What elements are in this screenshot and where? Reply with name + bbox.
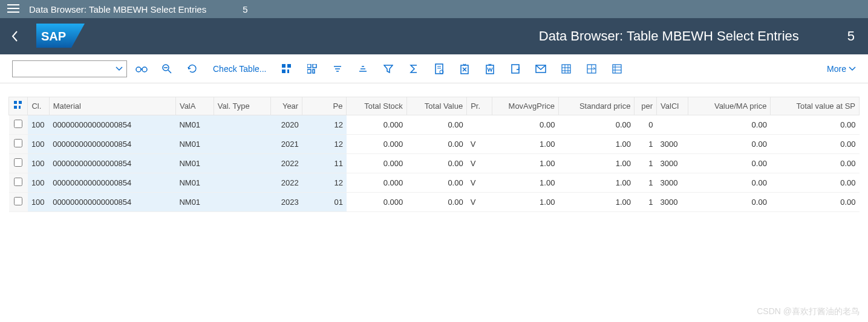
more-button[interactable]: More [827,64,856,74]
cell-tvatsp: 0.00 [771,135,860,154]
cell-pr: V [467,193,492,212]
cell-stdprice: 1.00 [558,154,635,173]
svg-rect-15 [313,64,316,68]
cell-pe: 01 [302,193,347,212]
cell-vmaprice: 0.00 [688,115,771,135]
row-checkbox[interactable] [14,158,22,167]
row-checkbox-cell [9,173,28,193]
window-title-bar: Data Browser: Table MBEWH Select Entries… [0,0,868,18]
svg-point-6 [142,67,147,72]
export-word-icon[interactable] [479,59,501,79]
cell-valtype [214,173,270,193]
cell-totalstock: 0.000 [347,115,406,135]
mail-icon[interactable] [530,59,552,79]
cell-year: 2020 [270,115,302,135]
svg-rect-48 [19,106,21,109]
table-header-row: Cl. Material ValA Val. Type Year Pe Tota… [9,97,860,115]
svg-rect-47 [14,106,17,109]
cell-material: 000000000000000854 [49,173,175,193]
cell-valtype [214,154,270,173]
table-row[interactable]: 100000000000000000854NM012022110.0000.00… [9,154,860,173]
grid1-icon[interactable] [555,59,577,79]
cell-totalvalue: 0.00 [406,193,466,212]
cell-per: 0 [635,115,657,135]
row-checkbox-cell [9,193,28,212]
table-row[interactable]: 100000000000000000854NM012021120.0000.00… [9,135,860,154]
cell-year: 2022 [270,173,302,193]
table-row[interactable]: 100000000000000000854NM012022120.0000.00… [9,173,860,193]
window-title: Data Browser: Table MBEWH Select Entries [29,4,206,14]
cell-pr: V [467,135,492,154]
search-combo[interactable] [12,60,127,77]
cell-pr [467,115,492,135]
col-valtype[interactable]: Val. Type [214,97,270,115]
cell-per: 1 [635,173,657,193]
col-pe[interactable]: Pe [302,97,347,115]
col-tvatsp[interactable]: Total value at SP [771,97,860,115]
col-cl[interactable]: Cl. [28,97,49,115]
grid3-icon[interactable] [606,59,628,79]
col-per[interactable]: per [635,97,657,115]
cell-stdprice: 1.00 [558,135,635,154]
cell-valcl: 3000 [657,173,688,193]
cell-pe: 12 [302,173,347,193]
window-title-count: 5 [243,4,247,14]
sort-asc-icon[interactable] [327,59,348,79]
zoom-out-icon[interactable] [156,59,178,79]
svg-rect-46 [19,101,22,104]
columns-select-icon[interactable] [276,59,298,79]
svg-rect-31 [512,65,519,73]
export-excel-icon[interactable] [454,59,475,79]
row-checkbox[interactable] [14,120,22,128]
col-valcl[interactable]: ValCl [657,97,688,115]
sum-icon[interactable] [403,59,425,79]
check-table-button[interactable]: Check Table... [207,64,272,74]
sap-logo: SAP [36,24,85,50]
row-checkbox[interactable] [14,197,22,205]
row-checkbox[interactable] [14,178,22,186]
columns-deselect-icon[interactable] [301,59,323,79]
col-stdprice[interactable]: Standard price [558,97,635,115]
cell-vala: NM01 [175,115,214,135]
col-material[interactable]: Material [49,97,175,115]
svg-rect-14 [307,64,311,68]
cell-per: 1 [635,193,657,212]
page-title-wrap: Data Browser: Table MBEWH Select Entries… [539,28,855,44]
svg-marker-24 [384,65,393,72]
col-vala[interactable]: ValA [175,97,214,115]
col-movavg[interactable]: MovAvgPrice [492,97,559,115]
col-year[interactable]: Year [270,97,302,115]
cell-per: 1 [635,154,657,173]
cell-totalstock: 0.000 [347,173,406,193]
menu-icon[interactable] [5,1,22,18]
refresh-icon[interactable] [181,59,203,79]
svg-rect-45 [14,101,17,104]
table-row[interactable]: 100000000000000000854NM012023010.0000.00… [9,193,860,212]
toolbar: Check Table... More [0,54,868,83]
col-totalstock[interactable]: Total Stock [347,97,406,115]
col-totalvalue[interactable]: Total Value [406,97,466,115]
glasses-icon[interactable] [131,59,152,79]
svg-rect-12 [282,69,286,73]
svg-rect-25 [436,64,443,74]
col-vmaprice[interactable]: Value/MA price [688,97,771,115]
cell-valtype [214,115,270,135]
cell-vala: NM01 [175,135,214,154]
col-pr[interactable]: Pr. [467,97,492,115]
row-checkbox[interactable] [14,139,22,147]
export-file-icon[interactable] [504,59,526,79]
back-button[interactable] [0,18,30,54]
table-row[interactable]: 100000000000000000854NM012020120.0000.00… [9,115,860,135]
cell-cl: 100 [28,115,49,135]
app-header: SAP Data Browser: Table MBEWH Select Ent… [0,18,868,54]
cell-valcl: 3000 [657,135,688,154]
select-all-header[interactable] [9,97,28,115]
cell-totalstock: 0.000 [347,154,406,173]
svg-rect-30 [486,65,494,74]
grid2-icon[interactable] [581,59,602,79]
cell-pe: 12 [302,115,347,135]
detail-icon[interactable] [428,59,450,79]
cell-vmaprice: 0.00 [688,193,771,212]
sort-desc-icon[interactable] [352,59,374,79]
filter-icon[interactable] [377,59,399,79]
